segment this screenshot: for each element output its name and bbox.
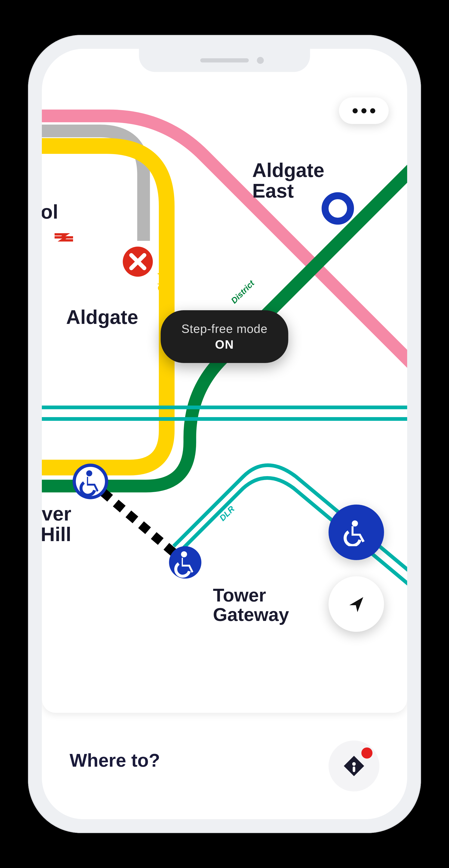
wheelchair-icon — [343, 519, 370, 546]
toast-title: Step-free mode — [182, 322, 267, 336]
tube-map[interactable]: Aldgate East Aldgate ol ver Hill Tower G… — [42, 49, 407, 713]
screen: Aldgate East Aldgate ol ver Hill Tower G… — [42, 49, 407, 819]
search-input[interactable]: Where to? — [70, 750, 160, 771]
speaker-grille — [200, 58, 249, 62]
bottom-sheet: Where to? — [42, 722, 407, 819]
step-free-toggle-button[interactable] — [328, 504, 384, 560]
alerts-button[interactable] — [328, 741, 379, 792]
more-options-button[interactable] — [339, 97, 389, 124]
step-free-toast: Step-free mode ON — [161, 310, 288, 363]
svg-point-3 — [86, 470, 92, 476]
svg-rect-8 — [353, 767, 355, 772]
notification-badge — [361, 747, 373, 758]
svg-point-6 — [352, 520, 358, 526]
alert-icon — [341, 753, 367, 779]
national-rail-icon — [55, 231, 73, 243]
line-label-circle: Circle — [156, 269, 166, 292]
toast-status: ON — [182, 338, 267, 351]
svg-point-7 — [352, 762, 356, 766]
station-liverpool-partial[interactable]: ol — [42, 202, 58, 222]
locate-me-button[interactable] — [328, 576, 384, 632]
station-aldgate[interactable]: Aldgate — [66, 307, 138, 327]
svg-point-5 — [181, 551, 187, 557]
phone-frame: Aldgate East Aldgate ol ver Hill Tower G… — [28, 35, 421, 833]
svg-point-4 — [169, 546, 201, 579]
phone-notch — [139, 49, 310, 72]
svg-point-0 — [325, 196, 351, 221]
station-aldgate-east[interactable]: Aldgate East — [252, 160, 324, 201]
location-arrow-icon — [345, 592, 368, 616]
front-camera — [257, 57, 264, 64]
svg-point-2 — [74, 465, 106, 498]
station-tower-gateway[interactable]: Tower Gateway — [213, 586, 289, 624]
more-icon — [353, 108, 358, 113]
station-tower-hill-partial[interactable]: ver Hill — [42, 503, 71, 545]
